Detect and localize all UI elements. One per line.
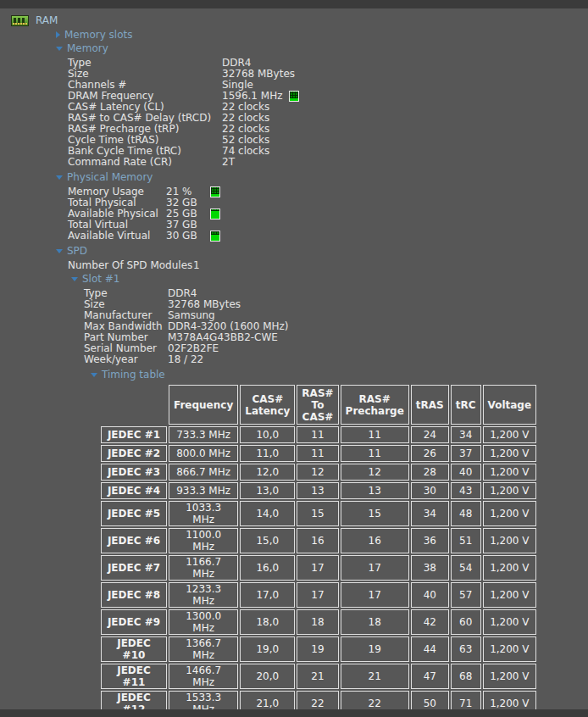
timing-cell: 17 [297, 582, 338, 608]
timing-cell: 51 [451, 528, 481, 553]
property-row: Week/year18 / 22 [84, 354, 588, 365]
timing-cell: 16 [297, 528, 338, 553]
timing-table-header-row: FrequencyCAS# LatencyRAS# To CAS#RAS# Pr… [101, 385, 536, 425]
timing-cell: 12 [341, 464, 409, 481]
property-row: Serial Number02F2B2FE [84, 343, 588, 354]
property-value: 1 [193, 260, 200, 271]
timing-cell: 40 [451, 464, 481, 481]
property-label: Number Of SPD Modules [68, 260, 193, 271]
timing-table-row: JEDEC #61100.0 MHz15,0161636511,200 V [101, 528, 536, 553]
timing-column-header: CAS# Latency [240, 385, 295, 425]
timing-cell: 16 [341, 528, 409, 553]
timing-cell: 1366.7 MHz [169, 636, 238, 662]
timing-cell: 11 [341, 426, 409, 443]
timing-cell: 1,200 V [483, 528, 537, 553]
property-row: Available Physical25 GB [68, 208, 588, 220]
tree-node-spd[interactable]: SPD [56, 245, 588, 257]
timing-cell: 17 [341, 555, 409, 581]
jedec-row-label: JEDEC #3 [101, 464, 167, 481]
timing-column-header: Frequency [169, 385, 238, 425]
timing-cell: 1100.0 MHz [169, 528, 238, 553]
jedec-row-label: JEDEC #6 [101, 528, 167, 553]
tree-node-label[interactable]: SPD [67, 245, 87, 257]
usage-graph-icon[interactable] [210, 186, 220, 197]
timing-table-row: JEDEC #51033.3 MHz14,0151534481,200 V [101, 501, 536, 526]
timing-cell: 26 [411, 445, 449, 462]
timing-cell: 40 [411, 582, 449, 608]
chevron-down-icon[interactable] [56, 47, 63, 51]
tree-node-timing-table[interactable]: Timing table [91, 369, 588, 381]
tree-node-memory[interactable]: Memory [56, 42, 588, 54]
tree-node-label[interactable]: Memory [67, 42, 108, 54]
timing-cell: 1,200 V [483, 445, 537, 462]
property-row: Memory Usage21 % [68, 186, 588, 197]
timing-table-row: JEDEC #101366.7 MHz19,0191944631,200 V [101, 636, 536, 662]
timing-cell: 17 [297, 555, 338, 581]
timing-cell: 60 [451, 609, 481, 635]
timing-cell: 933.3 MHz [169, 482, 238, 499]
tree-node-label[interactable]: Slot #1 [82, 273, 120, 285]
chevron-right-icon[interactable] [56, 31, 60, 38]
timing-cell: 15 [341, 501, 409, 526]
timing-cell: 12,0 [240, 464, 295, 481]
timing-cell: 10,0 [240, 426, 295, 443]
usage-graph-icon[interactable] [210, 231, 220, 242]
timing-column-header: tRC [451, 385, 481, 425]
timing-cell: 800.0 MHz [169, 445, 238, 462]
chevron-down-icon[interactable] [56, 249, 63, 253]
timing-cell: 1,200 V [483, 664, 537, 689]
physical-memory-properties: Memory Usage21 %Total Physical32 GBAvail… [0, 186, 588, 242]
timing-column-header: RAS# To CAS# [297, 385, 338, 425]
chevron-down-icon[interactable] [71, 277, 78, 281]
tree-node-physical-memory[interactable]: Physical Memory [56, 171, 588, 183]
timing-cell: 1,200 V [483, 482, 537, 499]
timing-cell: 17 [341, 582, 409, 608]
timing-cell: 48 [451, 501, 481, 526]
usage-graph-icon[interactable] [289, 91, 299, 102]
timing-cell: 866.7 MHz [169, 464, 238, 481]
timing-column-header: Voltage [483, 385, 537, 425]
usage-graph-icon[interactable] [210, 208, 220, 220]
property-row: Size32768 MBytes [84, 299, 588, 310]
timing-cell: 13,0 [240, 482, 295, 499]
timing-cell: 14,0 [240, 501, 295, 526]
timing-cell: 1,200 V [483, 582, 537, 608]
timing-cell: 1,200 V [483, 555, 537, 581]
tree-node-label[interactable]: Memory slots [64, 29, 133, 41]
property-label: Type [68, 58, 222, 69]
timing-cell: 18,0 [240, 609, 295, 635]
property-label: Week/year [84, 354, 168, 365]
spd-properties: Number Of SPD Modules 1 [0, 260, 588, 271]
timing-table-row: JEDEC #111466.7 MHz20,0212147681,200 V [101, 664, 536, 689]
timing-cell: 15 [297, 501, 338, 526]
timing-cell: 1233.3 MHz [169, 582, 238, 608]
timing-cell: 20,0 [240, 664, 295, 689]
jedec-row-label: JEDEC #11 [101, 664, 167, 689]
timing-cell: 38 [411, 555, 449, 581]
tree-node-memory-slots[interactable]: Memory slots [56, 29, 588, 41]
timing-table-row: JEDEC #3866.7 MHz12,0121228401,200 V [101, 464, 536, 481]
property-value: 18 / 22 [168, 354, 203, 365]
property-row: Available Virtual30 GB [68, 231, 588, 242]
tree-node-slot-1[interactable]: Slot #1 [71, 273, 588, 285]
timing-cell: 1033.3 MHz [169, 501, 238, 526]
timing-cell: 17,0 [240, 582, 295, 608]
tree-node-label[interactable]: Physical Memory [67, 171, 153, 183]
tree-node-label[interactable]: Timing table [102, 369, 165, 381]
property-row: Part NumberM378A4G43BB2-CWE [84, 332, 588, 343]
timing-cell: 18 [297, 609, 338, 635]
timing-table-row: JEDEC #71166.7 MHz16,0171738541,200 V [101, 555, 536, 581]
timing-cell: 1,200 V [483, 426, 537, 443]
timing-cell: 1,200 V [483, 501, 537, 526]
property-value: 30 GB [166, 231, 203, 242]
timing-cell: 13 [341, 482, 409, 499]
timing-cell: 16,0 [240, 555, 295, 581]
timing-cell: 54 [451, 555, 481, 581]
timing-cell: 63 [451, 636, 481, 662]
chevron-down-icon[interactable] [56, 175, 63, 180]
chevron-down-icon[interactable] [91, 373, 97, 377]
timing-cell: 24 [411, 426, 449, 443]
jedec-row-label: JEDEC #1 [101, 426, 167, 443]
memory-properties: TypeDDR4Size32768 MBytesChannels #Single… [0, 58, 588, 168]
property-row: Size32768 MBytes [68, 69, 588, 80]
